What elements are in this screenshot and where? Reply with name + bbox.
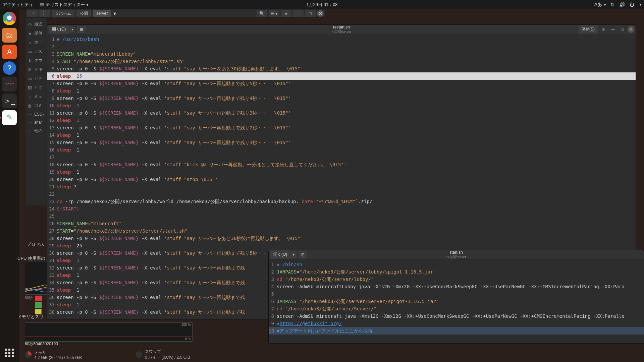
breadcrumb-public[interactable]: 公開 [76, 10, 91, 17]
sidebar-item-label: ピク [34, 85, 42, 90]
code-line: 14sleep 1 [47, 131, 636, 139]
sidebar-item-label: ゴミ [34, 103, 42, 109]
code-line: 18screen -p 0 -S ${SCREEN_NAME} -X eval … [47, 161, 636, 168]
sidebar-item[interactable]: ▭ビデ [25, 74, 47, 83]
legend-swatch [35, 296, 42, 301]
sidebar-item[interactable]: ▭ESD- [25, 110, 47, 118]
sidebar-item[interactable]: ＋他の [25, 126, 47, 135]
code-line: 12sleep 1 [47, 117, 636, 124]
editor-titlebar[interactable]: 開く(O) ▾ ⊞ restart.sh ~/公開/server 保存(S) ≡… [47, 25, 636, 34]
code-line: 15screen -p 0 -S ${SCREEN_NAME} -X eval … [47, 139, 636, 146]
gedit-window-start: 開く(O) ▾ ⊞ start.sh ~/公開/server 1#!/bin/s… [268, 250, 644, 344]
window-minimize-button[interactable]: — [293, 10, 304, 17]
breadcrumb-home[interactable]: ⌂ ホーム [52, 10, 74, 17]
open-button[interactable]: 開く(O) [49, 25, 69, 34]
nav-back-button[interactable]: 〈 [27, 10, 38, 17]
open-button[interactable]: 開く(O) [270, 250, 290, 259]
open-dropdown[interactable]: ▾ [69, 26, 75, 33]
sidebar-item-label: 星付 [34, 31, 42, 36]
sidebar-item-label: ホー [34, 40, 42, 45]
sidebar-item-label: 最近 [34, 21, 42, 27]
volume-icon[interactable]: 🔊 [619, 2, 625, 7]
code-area-start[interactable]: 1#!/bin/sh2JARPASS="/home/neko3/公開/serve… [269, 259, 644, 336]
window-close-button[interactable]: ✕ [317, 10, 324, 17]
sidebar-item[interactable]: ♪ミュ [25, 92, 47, 101]
sidebar-item-label: 他の [34, 128, 42, 134]
memory-pie-icon [25, 351, 32, 358]
code-line: 20screen -p 0 -S ${SCREEN_NAME} -X eval … [47, 176, 636, 183]
hamburger-icon[interactable]: ≡ [599, 26, 607, 33]
dock-software[interactable]: A [2, 45, 17, 59]
code-line: 4START="/home/neko3/公開/server/lobby/star… [47, 58, 636, 65]
breadcrumb-server[interactable]: server [93, 10, 111, 17]
code-line: 22 [47, 190, 636, 198]
code-line: 11screen -p 0 -S ${SCREEN_NAME} -X eval … [47, 109, 636, 117]
code-line: 7screen -p 0 -S ${SCREEN_NAME} -X eval '… [47, 80, 636, 87]
open-dropdown[interactable]: ▾ [291, 251, 297, 258]
window-maximize-button[interactable]: □ [305, 10, 316, 17]
code-line: 8screen -AdmSU minecraft java -Xms12G -X… [269, 312, 644, 320]
sidebar-item[interactable]: ▭shar [25, 118, 47, 126]
code-line: 29sleep 25 [47, 242, 636, 249]
sidebar-item[interactable]: ⬇ダウ [25, 56, 47, 65]
input-method-indicator[interactable]: Aあ ▾ [594, 2, 606, 8]
search-icon[interactable]: 🔍 [257, 10, 267, 17]
window-close-button[interactable]: ✕ [628, 26, 634, 33]
chevron-down-icon[interactable]: ▾ [640, 3, 641, 6]
folder-icon: 🖼 [28, 85, 32, 90]
code-line: 5screen -p 0 -S ${SCREEN_NAME} -X eval '… [47, 65, 636, 72]
code-line: 24${START} [47, 205, 636, 213]
dock-files[interactable]: 🗂 [2, 28, 17, 43]
view-list-icon[interactable]: ☰ ▾ [269, 10, 279, 17]
nav-forward-button[interactable]: 〉 [39, 10, 50, 17]
sidebar-item[interactable]: ▭デス [25, 47, 47, 56]
memory-label: メモリ [34, 350, 82, 355]
code-line: 10#アップデート用jarファイルはここから取得 [269, 327, 644, 335]
chevron-down-icon: ▾ [87, 3, 88, 7]
sidebar-item[interactable]: 🗑ゴミ [25, 101, 47, 110]
dock-system-monitor[interactable]: 〰 [2, 77, 17, 92]
sidebar-item-label: shar [34, 120, 42, 125]
sidebar-item[interactable]: ★星付 [25, 29, 47, 38]
folder-icon: 🗑 [28, 104, 32, 108]
swap-label: スワップ [145, 349, 190, 355]
swap-info: スワップ 0 バイト (0.0%) / 2.0 GiB [136, 349, 190, 360]
sysmon-process-label: プロセス [27, 241, 44, 247]
code-line: 27START="/home/neko3/公開/server/Server/st… [47, 227, 636, 235]
legend-swatch [35, 302, 42, 308]
window-minimize-button[interactable]: — [609, 26, 617, 33]
swap-value: 0 バイト (0.0%) / 2.0 GiB [145, 355, 190, 360]
show-applications-icon[interactable] [5, 349, 14, 357]
clock[interactable]: 1月29日 01：08 [306, 2, 337, 8]
code-line: 19sleep 1 [47, 168, 636, 176]
network-icon[interactable]: ⇅ [610, 2, 614, 7]
code-line: 6JARPASS="/home/neko3/公開/server/Server/s… [269, 298, 644, 305]
new-tab-button[interactable]: ⊞ [299, 251, 307, 258]
sidebar-item[interactable]: 🗎ドキ [25, 65, 47, 74]
code-line: 16sleep 1 [47, 146, 636, 154]
sidebar-item[interactable]: ◷最近 [25, 20, 47, 29]
app-menu[interactable]: ▤ テキストエディター ▾ [40, 2, 88, 8]
save-button[interactable]: 保存(S) [578, 25, 598, 34]
dock-chrome[interactable] [2, 11, 17, 26]
dock-terminal[interactable]: ＞_ [2, 94, 17, 108]
dock-help[interactable]: ? [3, 61, 16, 75]
memory-info: メモリ 4.7 GiB (30.1%) / 15.5 GiB [25, 349, 82, 360]
sidebar-item[interactable]: ⌂ホー [25, 38, 47, 47]
activities-button[interactable]: アクティビティ [3, 2, 33, 8]
new-tab-button[interactable]: ⊞ [77, 26, 86, 33]
editor-titlebar[interactable]: 開く(O) ▾ ⊞ start.sh ~/公開/server [269, 250, 644, 259]
window-maximize-button[interactable]: □ [618, 26, 626, 33]
code-line: 8sleep 1 [47, 87, 636, 95]
breadcrumb-dropdown[interactable]: ▾ [112, 10, 117, 17]
folder-icon: ▭ [28, 120, 32, 125]
folder-icon: ⬇ [28, 58, 32, 63]
dock-text-editor[interactable]: ✎ [2, 110, 17, 125]
sidebar-item[interactable]: 🖼ピク [25, 83, 47, 92]
files-window-header: 〈 〉 ⌂ ホーム 公開 server ▾ 🔍 ☰ ▾ ≡ — □ ✕ [25, 9, 325, 18]
power-icon[interactable]: ⏻ [630, 2, 634, 7]
hamburger-icon[interactable]: ≡ [281, 10, 291, 17]
memory-value: 4.7 GiB (30.1%) / 15.5 GiB [34, 355, 82, 360]
gedit-icon: ▤ [40, 2, 46, 7]
editor-title: restart.sh ~/公開/server [331, 25, 351, 34]
